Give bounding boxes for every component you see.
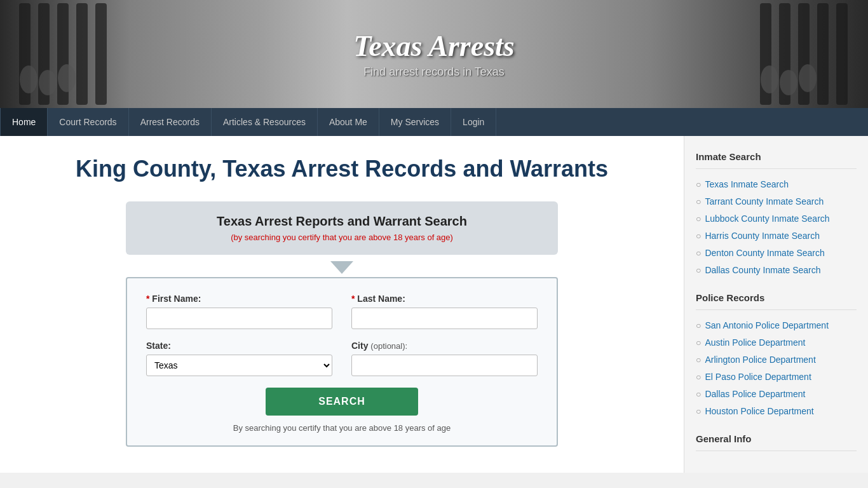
inmate-links-list: ○ Texas Inmate Search ○ Tarrant County I…	[696, 178, 857, 277]
police-link-el-paso[interactable]: El Paso Police Department	[705, 370, 811, 384]
inmate-link-texas[interactable]: Texas Inmate Search	[705, 178, 789, 191]
sidebar: Inmate Search ○ Texas Inmate Search ○ Ta…	[684, 136, 868, 473]
name-row: * First Name: * Last Name:	[146, 294, 538, 329]
inmate-divider	[696, 168, 857, 169]
state-label: State:	[146, 341, 332, 351]
page-title: King County, Texas Arrest Records and Wa…	[25, 155, 658, 182]
list-item: ○ Harris County Inmate Search	[696, 229, 857, 243]
city-input[interactable]	[351, 355, 538, 376]
header-image-right	[741, 0, 868, 108]
city-label-text: City	[351, 341, 368, 351]
list-item: ○ Arlington Police Department	[696, 353, 857, 367]
svg-point-6	[39, 70, 57, 95]
site-subtitle: Find arrest records in Texas	[353, 65, 514, 79]
main-container: King County, Texas Arrest Records and Wa…	[0, 136, 868, 473]
list-item: ○ El Paso Police Department	[696, 370, 857, 384]
certify-text: By searching you certify that you are ab…	[146, 423, 538, 433]
svg-rect-3	[76, 3, 88, 105]
bullet-icon: ○	[696, 405, 701, 418]
state-city-row: State: Texas City (optional):	[146, 341, 538, 376]
svg-point-13	[761, 65, 778, 93]
police-link-san-antonio[interactable]: San Antonio Police Department	[705, 319, 829, 332]
svg-point-15	[799, 64, 817, 92]
svg-rect-11	[817, 3, 829, 105]
bullet-icon: ○	[696, 370, 701, 384]
list-item: ○ Denton County Inmate Search	[696, 247, 857, 260]
svg-marker-16	[330, 261, 353, 274]
bullet-icon: ○	[696, 195, 701, 208]
last-name-group: * Last Name:	[351, 294, 538, 329]
police-link-arlington[interactable]: Arlington Police Department	[705, 353, 815, 367]
bullet-icon: ○	[696, 264, 701, 277]
svg-point-5	[20, 65, 37, 93]
bullet-icon: ○	[696, 353, 701, 367]
city-group: City (optional):	[351, 341, 538, 376]
svg-rect-12	[836, 3, 848, 105]
header-image-left	[0, 0, 127, 108]
state-select[interactable]: Texas	[146, 355, 332, 376]
list-item: ○ Dallas County Inmate Search	[696, 264, 857, 277]
svg-point-7	[58, 64, 76, 92]
svg-rect-4	[95, 3, 107, 105]
police-links-list: ○ San Antonio Police Department ○ Austin…	[696, 319, 857, 418]
search-box-title: Texas Arrest Reports and Warrant Search	[139, 214, 545, 229]
list-item: ○ Austin Police Department	[696, 336, 857, 349]
svg-point-14	[780, 70, 797, 95]
nav-services[interactable]: My Services	[379, 108, 451, 136]
last-name-label: * Last Name:	[351, 294, 538, 304]
police-section-title: Police Records	[696, 292, 857, 303]
last-name-label-text: Last Name:	[357, 294, 405, 304]
nav-arrest-records[interactable]: Arrest Records	[129, 108, 212, 136]
bullet-icon: ○	[696, 388, 701, 401]
list-item: ○ Dallas Police Department	[696, 388, 857, 401]
state-label-text: State:	[146, 341, 171, 351]
list-item: ○ Tarrant County Inmate Search	[696, 195, 857, 208]
bullet-icon: ○	[696, 319, 701, 332]
city-optional-text: (optional):	[370, 341, 407, 351]
chevron-down-icon	[25, 261, 658, 274]
site-header: Texas Arrests Find arrest records in Tex…	[0, 0, 868, 108]
main-nav: Home Court Records Arrest Records Articl…	[0, 108, 868, 136]
list-item: ○ San Antonio Police Department	[696, 319, 857, 332]
police-link-dallas[interactable]: Dallas Police Department	[705, 388, 805, 401]
last-name-input[interactable]	[351, 308, 538, 329]
required-star-first: *	[146, 294, 149, 304]
inmate-link-lubbock[interactable]: Lubbock County Inmate Search	[705, 212, 829, 226]
search-form: * First Name: * Last Name: State:	[126, 277, 558, 447]
first-name-group: * First Name:	[146, 294, 332, 329]
state-group: State: Texas	[146, 341, 332, 376]
general-section-title: General Info	[696, 433, 857, 444]
inmate-link-dallas-county[interactable]: Dallas County Inmate Search	[705, 264, 820, 277]
first-name-label-text: First Name:	[152, 294, 201, 304]
search-box-subtitle: (by searching you certify that you are a…	[139, 233, 545, 242]
bullet-icon: ○	[696, 336, 701, 349]
police-link-houston[interactable]: Houston Police Department	[705, 405, 813, 418]
police-link-austin[interactable]: Austin Police Department	[705, 336, 805, 349]
first-name-input[interactable]	[146, 308, 332, 329]
inmate-link-tarrant[interactable]: Tarrant County Inmate Search	[705, 195, 824, 208]
nav-login[interactable]: Login	[451, 108, 496, 136]
search-button[interactable]: SEARCH	[266, 388, 418, 416]
nav-court-records[interactable]: Court Records	[48, 108, 128, 136]
bullet-icon: ○	[696, 212, 701, 226]
inmate-link-harris[interactable]: Harris County Inmate Search	[705, 229, 820, 243]
city-label: City (optional):	[351, 341, 538, 351]
bullet-icon: ○	[696, 178, 701, 191]
nav-about[interactable]: About Me	[318, 108, 379, 136]
police-divider	[696, 309, 857, 310]
nav-home[interactable]: Home	[0, 108, 48, 136]
required-star-last: *	[351, 294, 355, 304]
bullet-icon: ○	[696, 229, 701, 243]
bullet-icon: ○	[696, 247, 701, 260]
first-name-label: * First Name:	[146, 294, 332, 304]
site-title: Texas Arrests	[353, 29, 514, 63]
inmate-link-denton[interactable]: Denton County Inmate Search	[705, 247, 824, 260]
list-item: ○ Texas Inmate Search	[696, 178, 857, 191]
nav-articles[interactable]: Articles & Resources	[212, 108, 318, 136]
list-item: ○ Lubbock County Inmate Search	[696, 212, 857, 226]
general-divider	[696, 451, 857, 451]
list-item: ○ Houston Police Department	[696, 405, 857, 418]
search-outer-box: Texas Arrest Reports and Warrant Search …	[126, 201, 558, 255]
content-area: King County, Texas Arrest Records and Wa…	[0, 136, 684, 473]
inmate-section-title: Inmate Search	[696, 151, 857, 162]
